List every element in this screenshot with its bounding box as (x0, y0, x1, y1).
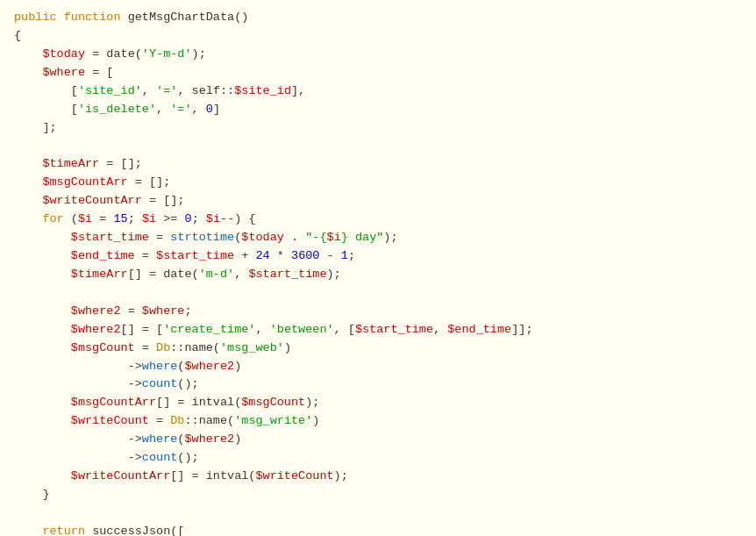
code-line: ->where($where2) (14, 358, 742, 376)
code-line: $writeCountArr[] = intval($writeCount); (14, 468, 742, 486)
code-line: $where2 = $where; (14, 303, 742, 321)
code-line: } (14, 486, 742, 504)
code-line: $timeArr[] = date('m-d', $start_time); (14, 266, 742, 284)
code-line: $msgCountArr = []; (14, 174, 742, 192)
code-line: $where = [ (14, 64, 742, 82)
code-line: $end_time = $start_time + 24 * 3600 - 1; (14, 247, 742, 266)
code-line (14, 137, 742, 155)
code-line: $today = date('Y-m-d'); (14, 46, 742, 64)
code-line: for ($i = 15; $i >= 0; $i--) { (14, 211, 742, 229)
code-line: return successJson([ (14, 523, 742, 536)
code-line: ->count(); (14, 375, 742, 394)
code-line: ->where($where2) (14, 431, 742, 449)
code-line: $writeCount = Db::name('msg_write') (14, 412, 742, 431)
code-line: $msgCount = Db::name('msg_web') (14, 339, 742, 358)
code-line: ->count(); (14, 449, 742, 468)
code-line: $where2[] = ['create_time', 'between', [… (14, 321, 742, 339)
code-line: public function getMsgChartData() (14, 9, 742, 27)
code-line: $timeArr = []; (14, 155, 742, 174)
code-block: public function getMsgChartData(){ $toda… (0, 0, 756, 536)
code-line: ]; (14, 119, 742, 138)
code-line: $writeCountArr = []; (14, 192, 742, 211)
code-line: $start_time = strtotime($today . "-{$i} … (14, 229, 742, 247)
code-line: $msgCountArr[] = intval($msgCount); (14, 394, 742, 412)
code-line (14, 504, 742, 523)
code-line: ['site_id', '=', self::$site_id], (14, 82, 742, 101)
code-line: { (14, 27, 742, 46)
code-line: ['is_delete', '=', 0] (14, 101, 742, 119)
code-line (14, 284, 742, 303)
